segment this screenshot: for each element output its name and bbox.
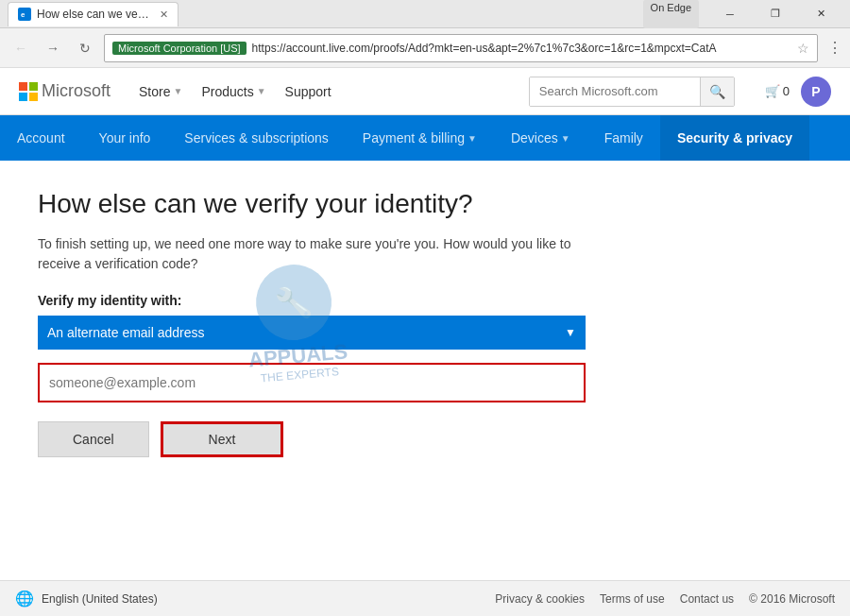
- close-tab-button[interactable]: ✕: [160, 9, 168, 21]
- logo-red: [19, 82, 27, 91]
- subnav-devices-label: Devices: [511, 130, 558, 145]
- tab-icon: e: [18, 8, 31, 21]
- minimize-button[interactable]: ─: [708, 0, 752, 28]
- microsoft-logo[interactable]: Microsoft: [19, 81, 110, 101]
- main-navbar: Microsoft Store ▼ Products ▼ Support 🔍 🛒…: [0, 68, 850, 115]
- email-input[interactable]: [40, 365, 584, 401]
- subnav-security[interactable]: Security & privacy: [660, 115, 809, 161]
- subnav: Account Your info Services & subscriptio…: [0, 115, 850, 161]
- logo-green: [29, 82, 38, 91]
- subnav-payment-label: Payment & billing: [363, 130, 465, 145]
- devices-caret-icon: ▼: [561, 133, 570, 144]
- products-caret-icon: ▼: [257, 86, 266, 96]
- cart-symbol: 🛒: [765, 84, 780, 98]
- logo-yellow: [29, 93, 38, 101]
- logo-blue: [19, 93, 27, 101]
- address-bar[interactable]: Microsoft Corporation [US] https://accou…: [104, 34, 818, 62]
- nav-store[interactable]: Store ▼: [139, 84, 182, 99]
- language-label: English (United States): [42, 592, 158, 606]
- favorite-icon[interactable]: ☆: [797, 41, 809, 56]
- support-label: Support: [285, 84, 332, 99]
- main-content: How else can we verify your identity? To…: [0, 161, 850, 476]
- subnav-family-label: Family: [604, 130, 643, 145]
- svg-text:e: e: [21, 10, 26, 19]
- window-controls: On Edge ─ ❐ ✕: [643, 0, 842, 28]
- cart-count: 0: [783, 84, 790, 98]
- logo-text: Microsoft: [42, 81, 110, 101]
- payment-caret-icon: ▼: [468, 133, 477, 144]
- browser-tab[interactable]: e How else can we verify yo... ✕: [8, 2, 178, 26]
- url-text: https://account.live.com/proofs/Add?mkt=…: [252, 42, 791, 55]
- nav-support[interactable]: Support: [285, 84, 332, 99]
- subnav-services-label: Services & subscriptions: [184, 130, 329, 145]
- forward-button[interactable]: →: [40, 35, 66, 61]
- refresh-button[interactable]: ↻: [72, 35, 98, 61]
- secure-badge: Microsoft Corporation [US]: [112, 42, 246, 55]
- user-avatar[interactable]: P: [801, 77, 831, 107]
- browser-menu-icon[interactable]: ⋮: [827, 39, 842, 57]
- restore-button[interactable]: ❐: [754, 0, 797, 28]
- subnav-your-info[interactable]: Your info: [82, 115, 168, 161]
- search-box[interactable]: 🔍: [529, 77, 735, 107]
- tab-title: How else can we verify yo...: [37, 8, 150, 21]
- nav-products[interactable]: Products ▼: [201, 84, 265, 99]
- terms-link[interactable]: Terms of use: [600, 592, 665, 606]
- identity-method-select[interactable]: An alternate email address A phone numbe…: [38, 316, 586, 350]
- close-button[interactable]: ✕: [799, 0, 842, 28]
- nav-icons: 🛒 0 P: [765, 77, 831, 107]
- subnav-devices[interactable]: Devices ▼: [494, 115, 587, 161]
- form-label: Verify my identity with:: [38, 293, 812, 308]
- back-button[interactable]: ←: [8, 35, 34, 61]
- footer-links: Privacy & cookies Terms of use Contact u…: [495, 592, 835, 606]
- avatar-initials: P: [811, 84, 820, 99]
- page-title: How else can we verify your identity?: [38, 189, 812, 219]
- logo-grid: [19, 82, 38, 101]
- search-input[interactable]: [530, 77, 700, 106]
- subnav-services[interactable]: Services & subscriptions: [167, 115, 346, 161]
- email-input-wrap: [38, 363, 586, 402]
- subnav-family[interactable]: Family: [587, 115, 660, 161]
- globe-icon: 🌐: [15, 590, 34, 607]
- footer: 🌐 English (United States) Privacy & cook…: [0, 580, 850, 616]
- cart-icon[interactable]: 🛒 0: [765, 84, 790, 98]
- titlebar: e How else can we verify yo... ✕ On Edge…: [0, 0, 850, 28]
- addressbar: ← → ↻ Microsoft Corporation [US] https:/…: [0, 28, 850, 68]
- subnav-your-info-label: Your info: [99, 130, 151, 145]
- copyright: © 2016 Microsoft: [749, 592, 835, 606]
- subnav-payment[interactable]: Payment & billing ▼: [346, 115, 494, 161]
- identity-method-select-wrap: An alternate email address A phone numbe…: [38, 316, 586, 350]
- subnav-account[interactable]: Account: [0, 115, 82, 161]
- contact-link[interactable]: Contact us: [680, 592, 734, 606]
- subnav-security-label: Security & privacy: [677, 130, 792, 145]
- store-caret-icon: ▼: [173, 86, 182, 96]
- cancel-button[interactable]: Cancel: [38, 421, 149, 457]
- form-buttons: Cancel Next: [38, 421, 812, 457]
- on-edge-label: On Edge: [643, 0, 699, 28]
- page-description: To finish setting up, we need one more w…: [38, 234, 604, 274]
- next-button[interactable]: Next: [161, 421, 284, 457]
- store-label: Store: [139, 84, 170, 99]
- privacy-link[interactable]: Privacy & cookies: [495, 592, 585, 606]
- products-label: Products: [201, 84, 253, 99]
- search-button[interactable]: 🔍: [700, 77, 734, 107]
- subnav-account-label: Account: [17, 130, 65, 145]
